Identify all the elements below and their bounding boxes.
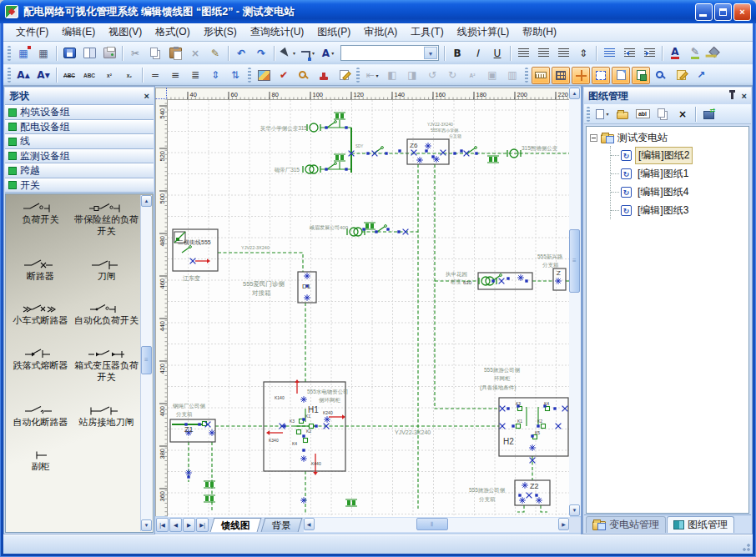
diagram-view-button[interactable] xyxy=(255,67,273,84)
page-tab-0[interactable]: 馈线图 xyxy=(210,518,261,532)
glue-toggle[interactable] xyxy=(632,67,650,84)
search-check-button[interactable] xyxy=(295,67,313,84)
copy-button[interactable] xyxy=(146,44,164,62)
category-4[interactable]: 跨越 xyxy=(5,163,154,178)
annotate-button[interactable] xyxy=(335,67,353,84)
group-button[interactable]: ▣ xyxy=(483,67,501,84)
category-0[interactable]: 构筑设备组 xyxy=(5,105,154,120)
rotate-left-button[interactable]: ↺ xyxy=(423,67,441,84)
page-break-toggle[interactable] xyxy=(612,67,630,84)
font-color-button[interactable]: A xyxy=(666,44,684,62)
grid-toggle[interactable] xyxy=(552,67,570,84)
last-page-button[interactable]: ▶| xyxy=(196,518,209,532)
connector-tool-button[interactable]: ▾ xyxy=(299,44,317,62)
shape-bts[interactable]: 箱式变压器负荷开关 xyxy=(73,344,139,384)
category-5[interactable]: 开关 xyxy=(5,178,154,193)
prev-page-button[interactable]: ◀ xyxy=(169,518,182,532)
category-2[interactable]: 线 xyxy=(5,134,154,149)
line-spacing-medium-button[interactable]: ≡ xyxy=(166,67,184,84)
tree-item-0[interactable]: ↻[编辑]图纸2 xyxy=(611,146,748,164)
tree-root[interactable]: 测试变电站 xyxy=(590,129,748,146)
bullets-button[interactable] xyxy=(600,44,618,62)
drawings-panel-close-icon[interactable]: × xyxy=(742,92,747,101)
font-size-shape-button[interactable]: A² xyxy=(463,67,481,84)
pointer-tool-button[interactable]: ▾ xyxy=(278,44,297,62)
category-1[interactable]: 配电设备组 xyxy=(5,120,154,135)
tree-item-3[interactable]: ↻[编辑]图纸3 xyxy=(611,201,748,219)
style-combobox[interactable] xyxy=(340,45,439,61)
stencil-scroll-down-icon[interactable]: ▼ xyxy=(141,519,152,531)
switch-symbol[interactable] xyxy=(542,424,546,429)
highlight-button[interactable]: ✎ xyxy=(686,44,704,62)
ruler-toggle[interactable] xyxy=(532,67,550,84)
rename-drawing-button[interactable]: abl xyxy=(633,105,652,123)
tree-item-2[interactable]: ↻[编辑]图纸4 xyxy=(611,183,748,201)
italic-button[interactable]: I xyxy=(468,44,486,62)
font-increase-button[interactable]: A▴ xyxy=(14,67,33,84)
print-button[interactable] xyxy=(100,44,118,62)
switch-symbol[interactable] xyxy=(517,424,521,429)
align-shapes-button[interactable]: ⇤▾ xyxy=(363,67,381,84)
scroll-left-icon[interactable]: ◀ xyxy=(304,518,315,530)
pin-icon[interactable] xyxy=(731,93,733,99)
line-spacing-single-button[interactable]: = xyxy=(146,67,164,84)
undo-button[interactable]: ↶ xyxy=(232,44,250,62)
shape-fg[interactable]: 副柜 xyxy=(8,444,73,473)
collapse-icon[interactable] xyxy=(590,134,597,142)
scroll-down-icon[interactable]: ▼ xyxy=(569,504,580,516)
vertical-text-button[interactable]: ⇕ xyxy=(574,44,592,62)
flip-vertical-button[interactable]: ◨ xyxy=(403,67,421,84)
minimize-button[interactable] xyxy=(695,3,713,21)
delete-drawing-button[interactable]: × xyxy=(673,105,692,123)
menu-item-5[interactable]: 查询统计(U) xyxy=(244,23,310,41)
sync-drawing-button[interactable] xyxy=(699,105,718,123)
redo-button[interactable]: ↷ xyxy=(252,44,270,62)
canvas-vertical-scrollbar[interactable]: ▲ ▼ xyxy=(569,88,581,516)
canvas-horizontal-scrollbar[interactable]: ◀ ▶ xyxy=(304,518,570,532)
format-painter-button[interactable]: ✎ xyxy=(206,44,224,62)
guides-toggle[interactable] xyxy=(572,67,590,84)
shape-dz[interactable]: 刀闸 xyxy=(73,254,139,283)
menu-item-2[interactable]: 视图(V) xyxy=(103,23,148,41)
copy-drawing-button[interactable] xyxy=(653,105,672,123)
stencil-scroll-up-icon[interactable]: ▲ xyxy=(141,195,152,207)
menu-item-7[interactable]: 审批(A) xyxy=(358,23,403,41)
approve-button[interactable]: ✔ xyxy=(275,67,293,84)
menu-item-6[interactable]: 图纸(P) xyxy=(311,23,356,41)
rotate-right-button[interactable]: ↻ xyxy=(443,67,461,84)
new-drawing-button[interactable]: ▦ xyxy=(14,44,33,62)
menu-item-4[interactable]: 形状(S) xyxy=(198,23,243,41)
resize-grip[interactable] xyxy=(739,540,751,552)
flip-horizontal-button[interactable]: ◧ xyxy=(383,67,401,84)
scroll-right-icon[interactable]: ▶ xyxy=(558,518,569,530)
subscript-button[interactable]: x₂ xyxy=(120,67,139,84)
horizontal-scroll-thumb[interactable] xyxy=(416,518,448,530)
stencil-scroll-thumb[interactable] xyxy=(141,346,152,374)
table-button[interactable]: ▦ xyxy=(34,44,53,62)
menu-item-1[interactable]: 编辑(E) xyxy=(56,23,101,41)
vertical-scroll-thumb[interactable] xyxy=(569,229,580,293)
scroll-up-icon[interactable]: ▲ xyxy=(569,88,580,99)
save-button[interactable] xyxy=(60,44,78,62)
tree-item-1[interactable]: ↻[编辑]图纸1 xyxy=(611,164,748,183)
new-drawing-button[interactable]: ▾ xyxy=(593,105,612,123)
stamp-button[interactable] xyxy=(315,67,333,84)
line-spacing-double-button[interactable]: ≣ xyxy=(186,67,204,84)
pan-zoom-button[interactable] xyxy=(652,67,670,84)
switch-symbol[interactable] xyxy=(297,430,301,434)
paste-button[interactable] xyxy=(166,44,184,62)
ungroup-button[interactable]: ▥ xyxy=(503,67,522,84)
cut-button[interactable]: ✂ xyxy=(126,44,144,62)
close-button[interactable]: × xyxy=(733,3,751,21)
bold-button[interactable]: B xyxy=(448,44,466,62)
shape-fls[interactable]: 带保险丝的负荷开关 xyxy=(73,198,139,238)
font-decrease-button[interactable]: A▾ xyxy=(34,67,53,84)
properties-button[interactable] xyxy=(672,67,690,84)
clear-format-button[interactable]: ABC xyxy=(80,67,98,84)
strikethrough-button[interactable]: ABC xyxy=(60,67,78,84)
panel-tab-0[interactable]: 变电站管理 xyxy=(586,516,666,533)
shape-als[interactable]: 自动化负荷开关 xyxy=(73,299,139,327)
indent-button[interactable] xyxy=(640,44,658,62)
panel-tab-1[interactable]: 图纸管理 xyxy=(667,516,734,533)
diagram-canvas[interactable]: 英华小学侧公变315磁带厂315YJV22-3X240555军西小学侧分支箱Z6… xyxy=(167,99,569,516)
